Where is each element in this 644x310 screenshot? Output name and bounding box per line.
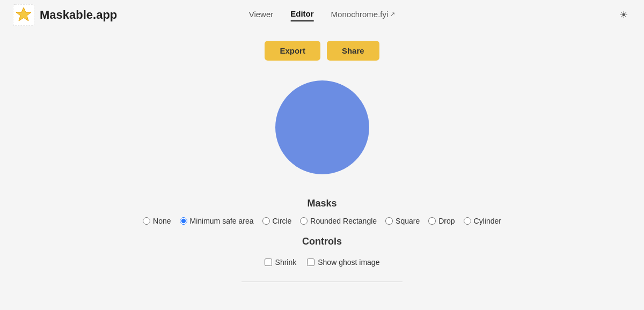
ghost-image-checkbox-label[interactable]: Show ghost image	[307, 258, 379, 267]
nav-viewer[interactable]: Viewer	[249, 10, 274, 21]
nav-editor[interactable]: Editor	[290, 9, 313, 21]
action-buttons: Export Share	[265, 41, 379, 61]
shrink-checkbox-label[interactable]: Shrink	[265, 258, 297, 267]
masks-title: Masks	[307, 198, 336, 209]
icon-canvas	[268, 73, 376, 181]
mask-radio-circle[interactable]	[262, 217, 270, 225]
section-divider	[241, 282, 402, 282]
main-nav: Viewer Editor Monochrome.fyi ↗	[249, 9, 396, 21]
mask-option-min-safe-area[interactable]: Minimum safe area	[180, 217, 254, 225]
mask-radio-min-safe-area[interactable]	[180, 217, 187, 225]
share-button[interactable]: Share	[327, 41, 379, 61]
mask-radio-rounded-rect[interactable]	[300, 217, 308, 225]
mask-option-circle[interactable]: Circle	[262, 217, 292, 225]
controls-title: Controls	[302, 236, 342, 247]
mask-option-none[interactable]: None	[143, 217, 171, 225]
mask-radio-none[interactable]	[143, 217, 150, 225]
mask-radio-square[interactable]	[385, 217, 393, 225]
nav-monochrome[interactable]: Monochrome.fyi ↗	[331, 10, 396, 21]
header: Maskable.app Viewer Editor Monochrome.fy…	[0, 0, 644, 30]
controls-section: Controls Shrink Show ghost image	[265, 236, 380, 267]
mask-option-cylinder[interactable]: Cylinder	[464, 217, 501, 225]
masks-options: None Minimum safe area Circle Rounded Re…	[143, 217, 501, 225]
theme-toggle-button[interactable]: ☀	[616, 8, 631, 23]
export-button[interactable]: Export	[265, 41, 320, 61]
logo-icon	[13, 4, 34, 26]
ghost-image-checkbox[interactable]	[307, 259, 314, 266]
header-right: ☀	[616, 8, 631, 23]
checkboxes-row: Shrink Show ghost image	[265, 258, 380, 267]
mask-radio-cylinder[interactable]	[464, 217, 471, 225]
logo-area: Maskable.app	[13, 4, 117, 26]
mask-radio-drop[interactable]	[428, 217, 436, 225]
mask-option-rounded-rect[interactable]: Rounded Rectangle	[300, 217, 377, 225]
external-link-icon: ↗	[390, 11, 395, 18]
mask-option-square[interactable]: Square	[385, 217, 420, 225]
icon-circle-preview	[275, 80, 369, 174]
shrink-checkbox[interactable]	[265, 259, 272, 266]
main-content: Export Share Masks None Minimum safe are…	[0, 30, 644, 282]
app-title: Maskable.app	[40, 8, 117, 22]
mask-option-drop[interactable]: Drop	[428, 217, 455, 225]
